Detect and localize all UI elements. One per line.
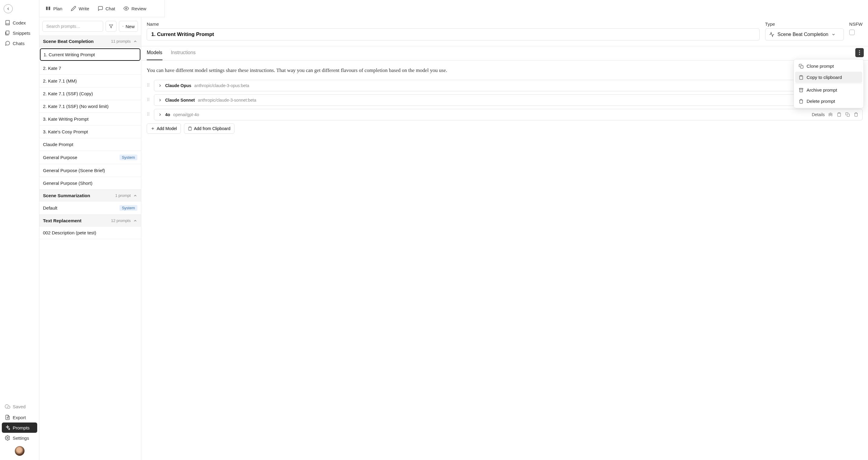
nav-prompts[interactable]: Prompts [2,423,37,433]
system-badge: System [120,155,137,160]
model-card: 4o openai/gpt-4o Details [154,109,863,120]
copy-icon [799,64,804,69]
drag-handle[interactable]: ⠿ [147,112,151,117]
saved-indicator: Saved [2,402,37,411]
nav-snippets[interactable]: Snippets [2,28,37,38]
nav-chats[interactable]: Chats [2,38,37,48]
menu-item-archive-prompt[interactable]: Archive prompt [795,85,862,96]
tab-review[interactable]: Review [123,6,146,11]
model-name: 4o [165,112,170,117]
gear-icon [5,435,10,441]
add-model-button[interactable]: Add Model [147,123,181,134]
prompt-item[interactable]: 2. Kate 7 [39,62,141,75]
back-button[interactable] [4,4,13,13]
subtab-instructions[interactable]: Instructions [171,50,196,60]
menu-item-copy-to-clipboard[interactable]: Copy to clipboard [795,72,862,83]
model-row: ⠿ Claude Opus anthropic/claude-3-opus:be… [147,80,863,91]
name-input[interactable] [147,28,760,40]
prompt-label: 1. Current Writing Prompt [43,52,95,57]
prompt-label: General Purpose (Short) [43,180,92,186]
kebab-icon [859,50,860,55]
group-header[interactable]: Scene Beat Completion11 prompts [39,35,141,47]
chat-icon [5,40,10,46]
chevron-right-icon[interactable] [158,112,162,117]
trash-icon [799,99,804,104]
name-label: Name [147,22,760,27]
svg-point-7 [859,52,860,53]
prompt-item[interactable]: 002 Description (pete test) [39,227,141,239]
svg-marker-3 [109,25,113,28]
details-link[interactable]: Details [812,112,825,117]
subtabs: Models Instructions Clone promptCopy to … [141,46,868,61]
search-input[interactable] [42,21,103,32]
prompt-list-pane: New Scene Beat Completion11 prompts1. Cu… [39,17,141,460]
avatar[interactable] [15,446,25,456]
copy-icon[interactable] [845,112,850,117]
svg-rect-28 [847,114,849,117]
cloud-icon [5,404,10,409]
drag-handle[interactable]: ⠿ [147,83,151,88]
svg-point-1 [7,437,8,439]
tab-plan[interactable]: Plan [45,6,62,11]
menu-label: Clone prompt [807,64,834,69]
svg-rect-31 [189,127,191,127]
menu-separator [795,84,862,84]
drag-handle[interactable]: ⠿ [147,97,151,102]
prompt-label: General Purpose (Scene Brief) [43,168,105,173]
nav-settings[interactable]: Settings [2,433,37,443]
help-text: You can have different model settings sh… [147,67,805,74]
nav-codex[interactable]: Codex [2,18,37,28]
prompt-label: 3. Kate's Cosy Prompt [43,129,88,134]
book-open-icon [45,6,51,11]
chevron-up-icon [133,219,137,223]
group-count: 1 prompt [115,193,131,198]
subtab-models[interactable]: Models [147,50,162,60]
menu-item-clone-prompt[interactable]: Clone prompt [795,61,862,72]
prompt-item[interactable]: Claude Prompt [39,138,141,151]
menu-item-delete-prompt[interactable]: Delete prompt [795,96,862,107]
clipboard-icon[interactable] [836,112,842,117]
plus-icon [151,126,155,131]
model-id: anthropic/claude-3-sonnet:beta [198,98,256,102]
add-clipboard-label: Add from Clipboard [194,126,230,131]
trash-icon[interactable] [853,112,859,117]
prompt-item[interactable]: General Purpose (Scene Brief) [39,164,141,177]
prompt-item[interactable]: General Purpose (Short) [39,177,141,190]
model-name: Claude Sonnet [165,98,195,102]
prompt-item[interactable]: 3. Kate's Cosy Prompt [39,126,141,138]
tab-label: Write [79,6,89,11]
nav-label: Prompts [13,425,30,430]
chevron-up-icon [133,39,137,43]
provider-icon [828,112,833,117]
chevron-right-icon[interactable] [158,84,162,88]
filter-button[interactable] [105,21,117,32]
group-header[interactable]: Text Replacement12 prompts [39,215,141,227]
group-header[interactable]: Scene Summarization1 prompt [39,190,141,201]
chevron-down-icon [831,32,836,37]
nav-label: Settings [13,435,29,441]
add-from-clipboard-button[interactable]: Add from Clipboard [184,123,235,134]
nsfw-checkbox[interactable] [849,30,855,35]
more-button[interactable] [855,48,864,57]
prompt-item[interactable]: 1. Current Writing Prompt [40,48,141,61]
svg-rect-27 [838,112,840,113]
group-count: 11 prompts [111,39,131,43]
plus-icon [122,24,124,28]
prompt-item[interactable]: 2. Kate 7.1 (SSF) (Copy) [39,88,141,100]
type-select[interactable]: Scene Beat Completion [765,28,844,40]
prompt-item[interactable]: 3. Kate Writing Prompt [39,113,141,126]
prompt-item[interactable]: 2. Kate 7.1 (MM) [39,75,141,88]
svg-rect-0 [6,31,9,34]
prompt-item[interactable]: General PurposeSystem [39,151,141,164]
chevron-right-icon[interactable] [158,98,162,102]
prompt-item[interactable]: DefaultSystem [39,201,141,215]
add-model-label: Add Model [157,126,177,131]
filter-icon [109,24,113,29]
tab-chat[interactable]: Chat [98,6,115,11]
nav-export[interactable]: Export [2,412,37,423]
prompt-item[interactable]: 2. Kate 7.1 (SSF) (No word limit) [39,100,141,113]
new-button[interactable]: New [119,21,138,32]
chevron-up-icon [133,194,137,198]
clipboard-icon [188,126,192,131]
tab-write[interactable]: Write [71,6,89,11]
